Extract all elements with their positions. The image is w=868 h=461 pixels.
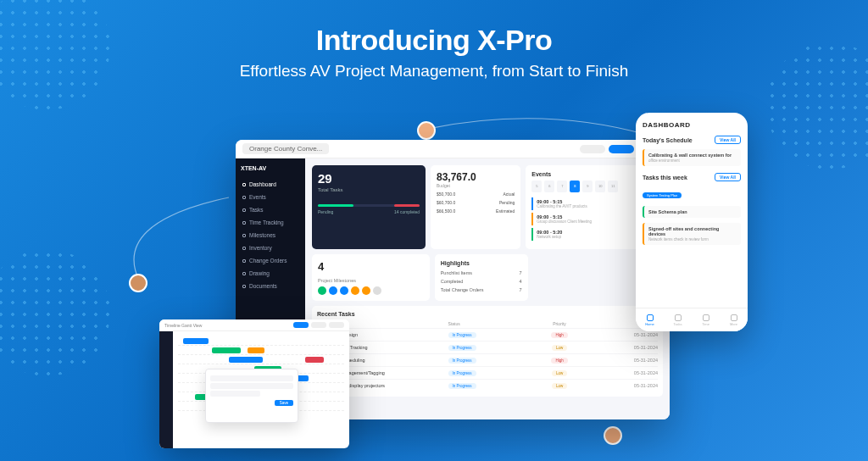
window-title: Orange County Conve... bbox=[242, 143, 329, 154]
task-card[interactable]: Site Schema plan bbox=[643, 206, 741, 218]
table-row[interactable]: Cable Management/TaggingIn ProgressLow05… bbox=[317, 366, 658, 379]
gantt-edit-popup[interactable]: Save bbox=[205, 369, 298, 423]
phone-bottom-nav: Home Tasks Time More bbox=[636, 308, 748, 331]
total-tasks-card: 29 Total Tasks Pending14 completed bbox=[312, 165, 426, 249]
phone-section-heading: Today's Schedule bbox=[643, 137, 693, 143]
sidebar-logo: XTEN-AV bbox=[241, 165, 300, 171]
table-row[interactable]: Equipment TrackingIn ProgressLow05-31-20… bbox=[317, 341, 658, 353]
sidebar-item-inventory[interactable]: Inventory bbox=[241, 242, 300, 254]
hero-title: Introducing X-Pro bbox=[0, 24, 868, 57]
sidebar-item-documents[interactable]: Documents bbox=[241, 280, 300, 292]
task-card[interactable]: Signed-off sites and connecting devices … bbox=[643, 223, 741, 245]
highlights-card: Highlights Punchlist Items7 Completed4 T… bbox=[435, 254, 528, 301]
nav-tasks[interactable]: Tasks bbox=[664, 308, 692, 331]
view-all-button[interactable]: View All bbox=[715, 136, 741, 144]
nav-home[interactable]: Home bbox=[636, 308, 664, 331]
sidebar-item-events[interactable]: Events bbox=[241, 191, 300, 203]
budget-card: 83,767.0 Budget $50,700.0Actual $60,700.… bbox=[431, 165, 520, 249]
table-row[interactable]: System DesignIn ProgressHigh05-31-2024 bbox=[317, 328, 658, 341]
table-row[interactable]: Setting up display projectorsIn Progress… bbox=[317, 379, 658, 392]
hero-subtitle: Effortless AV Project Management, from S… bbox=[0, 62, 868, 81]
hero-headline: Introducing X-Pro Effortless AV Project … bbox=[0, 0, 868, 81]
gantt-titlebar: Timeline Gantt View bbox=[159, 319, 349, 331]
mobile-mockup: DASHBOARD Today's Schedule View All Cali… bbox=[636, 113, 748, 331]
schedule-card[interactable]: Calibrating & wall connect system for of… bbox=[643, 149, 741, 166]
sidebar-item-drawing[interactable]: Drawing bbox=[241, 267, 300, 280]
task-chip[interactable]: System Testing Plan bbox=[643, 192, 682, 198]
gantt-chart[interactable]: Save bbox=[173, 331, 349, 448]
avatar-icon bbox=[129, 274, 147, 292]
nav-time[interactable]: Time bbox=[692, 308, 720, 331]
gantt-window: Timeline Gantt View Save bbox=[159, 319, 349, 448]
sidebar-item-time-tracking[interactable]: Time Tracking bbox=[241, 216, 300, 229]
view-all-button[interactable]: View All bbox=[715, 173, 741, 181]
avatar-icon bbox=[417, 121, 436, 140]
phone-title: DASHBOARD bbox=[643, 121, 741, 129]
phone-section-heading: Tasks this week bbox=[643, 175, 687, 181]
sidebar-item-milestones[interactable]: Milestones bbox=[241, 229, 300, 242]
sidebar-item-dashboard[interactable]: Dashboard bbox=[241, 178, 300, 191]
window-titlebar: Orange County Conve... bbox=[236, 140, 670, 158]
table-row[interactable]: Device SchedulingIn ProgressHigh05-31-20… bbox=[317, 353, 658, 366]
milestones-card: 4 Project Milestones bbox=[312, 254, 430, 301]
avatar-icon bbox=[604, 426, 622, 445]
save-button[interactable]: Save bbox=[275, 400, 293, 406]
sidebar-item-tasks[interactable]: Tasks bbox=[241, 203, 300, 216]
recent-tasks-table: Recent Tasks TaskStatusPriorityDue Syste… bbox=[312, 306, 663, 397]
gantt-sidebar bbox=[159, 331, 173, 448]
sidebar-item-change-orders[interactable]: Change Orders bbox=[241, 254, 300, 267]
